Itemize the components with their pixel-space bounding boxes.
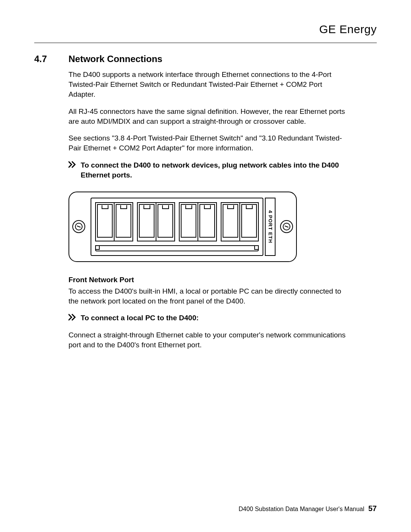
action-step: To connect a local PC to the D400: [68, 313, 358, 323]
paragraph: To access the D400's built-in HMI, a loc… [68, 286, 346, 306]
connector-frame [91, 198, 263, 256]
paragraph: See sections "3.8 4-Port Twisted-Pair Et… [68, 133, 346, 153]
paragraph: The D400 supports a network interface th… [68, 70, 346, 100]
paragraph: All RJ-45 connectors have the same signa… [68, 107, 346, 126]
subheading: Front Network Port [68, 276, 346, 284]
rj45-pair [95, 202, 133, 241]
action-text: To connect a local PC to the D400: [81, 313, 199, 323]
screw-icon [280, 220, 293, 233]
action-step: To connect the D400 to network devices, … [68, 160, 358, 180]
device-label: 4 PORT ETH [265, 198, 276, 256]
figure-ethernet-panel: 4 PORT ETH [68, 192, 377, 262]
body-block: The D400 supports a network interface th… [68, 70, 346, 153]
header-brand: GE Energy [34, 23, 377, 36]
body-block: Front Network Port To access the D400's … [68, 276, 346, 306]
chevrons-icon [68, 314, 77, 321]
header-rule [34, 43, 377, 43]
action-text: To connect the D400 to network devices, … [81, 160, 358, 180]
section-number: 4.7 [34, 54, 68, 64]
footer-doc-title: D400 Substation Data Manager User's Manu… [239, 506, 364, 512]
device-label-text: 4 PORT ETH [268, 210, 273, 243]
rj45-pair [221, 202, 259, 241]
rj45-pair [137, 202, 175, 241]
chevrons-icon [68, 161, 77, 168]
footer-page-number: 57 [368, 504, 377, 513]
section-title: Network Connections [68, 54, 162, 64]
section-heading: 4.7 Network Connections [34, 54, 377, 64]
screw-icon [72, 220, 85, 233]
body-block: Connect a straight-through Ethernet cabl… [68, 330, 346, 350]
document-page: GE Energy 4.7 Network Connections The D4… [0, 0, 411, 532]
rj45-pair [179, 202, 217, 241]
page-footer: D400 Substation Data Manager User's Manu… [239, 504, 377, 513]
paragraph: Connect a straight-through Ethernet cabl… [68, 330, 346, 350]
